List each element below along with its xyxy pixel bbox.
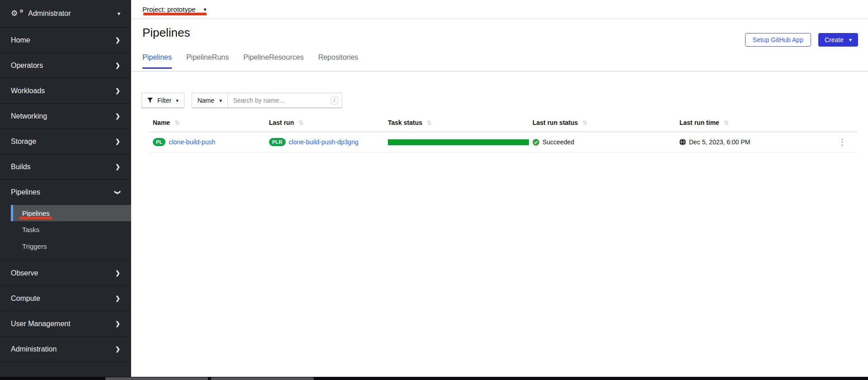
cell-task-status xyxy=(384,139,529,145)
sidebar-item-label: Compute xyxy=(11,294,40,303)
cell-last-run: PLR clone-build-push-dp3gng xyxy=(265,138,384,146)
sidebar-subitem-label: Pipelines xyxy=(22,209,50,217)
click-annotation-sidebar xyxy=(19,217,52,219)
pipelines-subnav: Pipelines Tasks Triggers xyxy=(0,205,131,261)
sidebar-item-builds[interactable]: Builds ❯ xyxy=(0,154,131,180)
sidebar-item-label: Networking xyxy=(11,112,47,120)
perspective-label: Administrator xyxy=(28,10,71,18)
tabs: Pipelines PipelineRuns PipelineResources… xyxy=(142,53,359,69)
chevron-right-icon: ❯ xyxy=(115,87,120,94)
tabs-divider xyxy=(131,71,868,71)
sort-icon[interactable]: ⇅ xyxy=(427,119,432,126)
pipelinerun-link[interactable]: clone-build-push-dp3gng xyxy=(289,138,359,146)
sidebar-item-label: Workloads xyxy=(11,87,45,95)
taskbar-strip xyxy=(0,377,868,380)
caret-down-icon: ▾ xyxy=(118,10,120,17)
sidebar: ⚙ ⚙ Administrator ▾ Home ❯ Operators ❯ W… xyxy=(0,0,131,377)
sidebar-item-label: Builds xyxy=(11,163,31,171)
sort-icon[interactable]: ⇅ xyxy=(582,119,587,126)
filter-funnel-icon xyxy=(147,98,153,103)
search-input[interactable] xyxy=(228,93,342,108)
page-actions: Setup GitHub App Create ▾ xyxy=(745,33,858,47)
sidebar-item-workloads[interactable]: Workloads ❯ xyxy=(0,78,131,104)
timestamp-text: Dec 5, 2023, 6:00 PM xyxy=(689,138,750,146)
sidebar-subitem-tasks[interactable]: Tasks xyxy=(0,221,131,238)
sort-icon[interactable]: ⇅ xyxy=(175,119,179,126)
sidebar-item-label: Storage xyxy=(11,138,36,146)
sidebar-item-home[interactable]: Home ❯ xyxy=(0,28,131,53)
search-attribute-label: Name xyxy=(198,97,214,104)
filter-dropdown[interactable]: Filter ▾ xyxy=(142,93,184,108)
create-button-label: Create xyxy=(825,36,844,43)
openshift-console: ⚙ ⚙ Administrator ▾ Home ❯ Operators ❯ W… xyxy=(0,0,868,380)
caret-down-icon: ▾ xyxy=(849,37,852,43)
chevron-right-icon: ❯ xyxy=(115,138,120,145)
sort-icon[interactable]: ⇅ xyxy=(298,119,303,126)
pipelines-table: Name ⇅ Last run ⇅ Task status ⇅ Last run… xyxy=(149,115,857,152)
toolbar: Filter ▾ Name ▾ / xyxy=(142,93,342,108)
caret-down-icon[interactable]: ▾ xyxy=(204,6,207,13)
column-header-last-run-status[interactable]: Last run status ⇅ xyxy=(529,115,676,132)
search-attribute-dropdown[interactable]: Name ▾ xyxy=(192,93,228,108)
tab-pipelines[interactable]: Pipelines xyxy=(142,53,172,69)
sidebar-item-label: Observe xyxy=(11,269,38,277)
sidebar-item-label: Administration xyxy=(11,345,57,353)
sidebar-item-user-management[interactable]: User Management ❯ xyxy=(0,311,131,337)
pipeline-badge: PL xyxy=(153,138,165,146)
taskbar-segment[interactable] xyxy=(105,377,208,380)
tab-repositories[interactable]: Repositories xyxy=(318,53,359,69)
sort-icon[interactable]: ⇅ xyxy=(724,119,729,126)
chevron-right-icon: ❯ xyxy=(115,37,120,43)
sidebar-item-label: User Management xyxy=(11,320,71,328)
task-status-bar-track xyxy=(388,139,529,145)
search-field: / xyxy=(227,93,342,108)
perspective-switcher[interactable]: ⚙ ⚙ Administrator ▾ xyxy=(0,0,131,28)
sidebar-item-label: Home xyxy=(11,36,30,44)
project-dropdown[interactable]: Project: prototype xyxy=(142,5,196,13)
cell-last-run-status: Succeeded xyxy=(529,138,676,146)
cogs-icon: ⚙ xyxy=(11,10,18,17)
sidebar-item-observe[interactable]: Observe ❯ xyxy=(0,261,131,286)
filter-label: Filter xyxy=(157,97,171,104)
caret-down-icon: ▾ xyxy=(219,98,222,104)
pipeline-link[interactable]: clone-build-push xyxy=(169,138,215,146)
cog-small-icon: ⚙ xyxy=(19,9,24,14)
search-group: Name ▾ / xyxy=(192,93,342,108)
tab-pipelineruns[interactable]: PipelineRuns xyxy=(186,53,229,69)
chevron-down-icon: ❯ xyxy=(114,190,121,195)
sidebar-item-pipelines[interactable]: Pipelines ❯ xyxy=(0,180,131,205)
sidebar-item-compute[interactable]: Compute ❯ xyxy=(0,286,131,311)
create-button[interactable]: Create ▾ xyxy=(818,33,858,47)
sidebar-subitem-label: Tasks xyxy=(22,226,39,233)
kebab-icon: ⋮ xyxy=(838,137,846,147)
column-header-name[interactable]: Name ⇅ xyxy=(149,115,265,132)
taskbar-segment[interactable] xyxy=(211,377,314,380)
sidebar-item-administration[interactable]: Administration ❯ xyxy=(0,337,131,362)
caret-down-icon: ▾ xyxy=(176,98,179,104)
sidebar-item-storage[interactable]: Storage ❯ xyxy=(0,129,131,154)
sidebar-subitem-label: Triggers xyxy=(22,242,47,250)
column-header-last-run-time[interactable]: Last run time ⇅ xyxy=(676,115,827,132)
sidebar-subitem-triggers[interactable]: Triggers xyxy=(0,238,131,255)
sidebar-item-label: Pipelines xyxy=(11,188,40,196)
sidebar-item-label: Operators xyxy=(11,62,43,70)
table-row: PL clone-build-push PLR clone-build-push… xyxy=(149,132,857,152)
setup-github-app-button[interactable]: Setup GitHub App xyxy=(745,33,811,47)
sidebar-item-networking[interactable]: Networking ❯ xyxy=(0,104,131,129)
chevron-right-icon: ❯ xyxy=(115,270,120,276)
row-kebab-menu[interactable]: ⋮ xyxy=(827,137,857,147)
chevron-right-icon: ❯ xyxy=(115,62,120,69)
table-header-row: Name ⇅ Last run ⇅ Task status ⇅ Last run… xyxy=(149,115,857,132)
tab-pipelineresources[interactable]: PipelineResources xyxy=(243,53,303,69)
chevron-right-icon: ❯ xyxy=(115,163,120,170)
chevron-right-icon: ❯ xyxy=(115,320,120,327)
task-status-bar xyxy=(388,139,529,145)
click-annotation-project xyxy=(143,13,207,15)
timestamp-globe-icon xyxy=(679,139,686,145)
cell-last-run-time: Dec 5, 2023, 6:00 PM xyxy=(676,138,827,146)
main-content: Project: prototype ▾ Pipelines Setup Git… xyxy=(131,0,868,377)
column-header-last-run[interactable]: Last run ⇅ xyxy=(265,115,384,132)
column-header-task-status[interactable]: Task status ⇅ xyxy=(384,115,529,132)
project-bar: Project: prototype ▾ xyxy=(131,0,868,19)
sidebar-item-operators[interactable]: Operators ❯ xyxy=(0,53,131,78)
